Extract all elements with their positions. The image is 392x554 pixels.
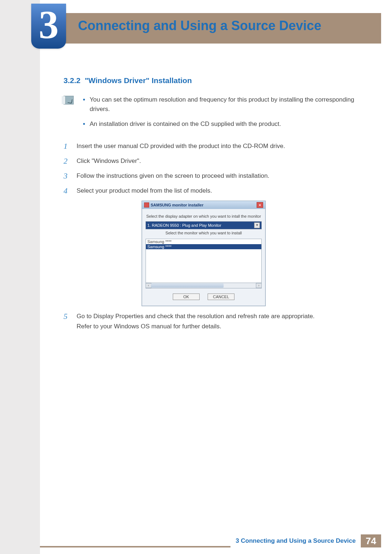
step-4: 4 Select your product model from the lis…: [64, 186, 370, 196]
scroll-left-icon[interactable]: ‹: [146, 283, 151, 288]
app-icon: [144, 202, 149, 208]
step-2: 2 Click "Windows Driver".: [64, 156, 370, 167]
chevron-down-icon[interactable]: ▾: [254, 222, 260, 228]
step-number: 5: [64, 311, 70, 332]
step-text: Go to Display Properties and check that …: [77, 311, 370, 332]
section-title: "Windows Driver" Installation: [85, 76, 192, 85]
list-item[interactable]: Samsung ****: [146, 239, 261, 244]
step-number: 3: [64, 171, 70, 181]
step-number: 1: [64, 141, 70, 152]
note-block: You can set the optimum resolution and f…: [64, 95, 370, 134]
step-5: 5 Go to Display Properties and check tha…: [64, 311, 370, 332]
footer-chapter-label: 3 Connecting and Using a Source Device: [230, 534, 361, 547]
dialog-title-text: SAMSUNG monitor installer: [151, 203, 203, 207]
step-5-line-1: Go to Display Properties and check that …: [77, 313, 315, 320]
installer-dialog: SAMSUNG monitor installer × Select the d…: [142, 201, 266, 306]
step-text: Insert the user manual CD provided with …: [77, 141, 370, 152]
adapter-dropdown[interactable]: 1. RADEON 9550 : Plug and Play Monitor ▾: [146, 221, 262, 229]
ok-button[interactable]: OK: [173, 294, 200, 300]
dialog-body: Select the display adapter on which you …: [142, 209, 265, 306]
adapter-label: Select the display adapter on which you …: [146, 214, 262, 218]
content-area: 3.2.2 "Windows Driver" Installation You …: [64, 76, 370, 336]
note-item: An installation driver is contained on t…: [82, 119, 370, 129]
step-number: 2: [64, 156, 70, 167]
step-text: Click "Windows Driver".: [77, 156, 370, 167]
page-number: 74: [361, 534, 381, 547]
scroll-right-icon[interactable]: ›: [256, 283, 262, 288]
step-text: Select your product model from the list …: [77, 186, 370, 196]
step-number: 4: [64, 186, 70, 196]
left-stripe: [0, 0, 40, 554]
dialog-button-row: OK CANCEL: [146, 294, 262, 300]
steps-list: 1 Insert the user manual CD provided wit…: [64, 141, 370, 196]
horizontal-scrollbar[interactable]: ‹ ›: [146, 283, 262, 288]
step-3: 3 Follow the instructions given on the s…: [64, 171, 370, 181]
scroll-thumb[interactable]: [151, 283, 224, 288]
monitor-listbox[interactable]: Samsung **** Samsung ****: [146, 239, 262, 283]
page-footer: 3 Connecting and Using a Source Device 7…: [230, 534, 381, 547]
note-icon: [64, 96, 74, 104]
dialog-titlebar: SAMSUNG monitor installer ×: [142, 201, 265, 209]
monitor-label: Select the monitor which you want to ins…: [146, 231, 262, 235]
section-number: 3.2.2: [64, 76, 81, 85]
list-item-selected[interactable]: Samsung ****: [146, 244, 261, 249]
note-list: You can set the optimum resolution and f…: [82, 95, 370, 134]
section-heading: 3.2.2 "Windows Driver" Installation: [64, 76, 370, 85]
step-1: 1 Insert the user manual CD provided wit…: [64, 141, 370, 152]
note-item: You can set the optimum resolution and f…: [82, 95, 370, 114]
steps-list-continued: 5 Go to Display Properties and check tha…: [64, 311, 370, 332]
chapter-badge: 3: [31, 4, 66, 49]
step-text: Follow the instructions given on the scr…: [77, 171, 370, 181]
step-5-line-2: Refer to your Windows OS manual for furt…: [77, 323, 221, 330]
close-icon[interactable]: ×: [257, 202, 263, 208]
adapter-selected-text: 1. RADEON 9550 : Plug and Play Monitor: [147, 223, 221, 227]
chapter-title: Connecting and Using a Source Device: [78, 18, 321, 33]
cancel-button[interactable]: CANCEL: [208, 294, 234, 300]
chapter-number: 3: [39, 5, 59, 45]
